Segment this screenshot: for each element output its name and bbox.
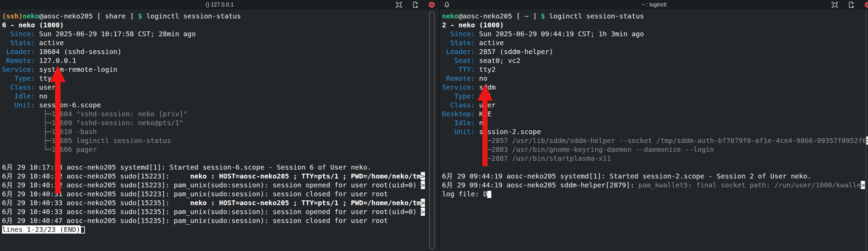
terminal-line: └─15606 pager (2, 145, 439, 154)
right-pane-titlebar-buttons (831, 0, 868, 9)
left-pane-titlebar: () 127.0.0.1 (0, 0, 439, 9)
left-pane-title: () 127.0.0.1 (0, 0, 439, 9)
terminal-line: 6月 29 10:17:58 aosc-neko205 systemd[1]: … (2, 163, 439, 172)
right-pane-scrollbar[interactable] (866, 10, 866, 251)
terminal-line: Idle: no (442, 118, 868, 127)
terminal-line: Leader: 2857 (sddm-helper) (442, 47, 868, 56)
left-pane-scrollbar[interactable] (429, 11, 435, 250)
terminal-line: └─2887 /usr/bin/startplasma-x11 (442, 154, 868, 163)
arrow-head (50, 66, 66, 82)
terminal-line: State: active (442, 38, 868, 47)
terminal-line: Type: tty (2, 74, 439, 83)
terminal-pane-left: () 127.0.0.1 (0, 0, 439, 251)
terminal-line: Since: Sun 2025-06-29 09:44:19 CST; 1h 3… (442, 29, 868, 38)
terminal-line: ├─2883 /usr/bin/gnome-keyring-daemon --d… (442, 145, 868, 154)
konsole-split-window: { "left_pane": { "title": "() 127.0.0.1"… (0, 0, 868, 251)
terminal-line: Since: Sun 2025-06-29 10:17:58 CST; 28mi… (2, 29, 439, 38)
terminal-line: ├─10610 -bash (2, 127, 439, 136)
terminal-line: lines 1-23/23 (END) (2, 225, 439, 234)
terminal-line: Seat: seat0; vc2 (442, 56, 868, 65)
terminal-line: log file: D (442, 189, 868, 198)
arrow-tail (482, 100, 488, 166)
terminal-line: Unit: session-2.scope (442, 127, 868, 136)
terminal-line: 6月 29 10:40:31 aosc-neko205 sudo[15223]:… (2, 189, 439, 198)
terminal-line: Idle: no (2, 92, 439, 101)
terminal-line: Class: user (2, 83, 439, 92)
terminal-line: Type: x11 (442, 92, 868, 101)
terminal-line: ├─10609 "sshd-session: neko@pts/1" (2, 118, 439, 127)
terminal-screen-right[interactable]: neko@aosc-neko205 [ ~ ] $ loginctl sessi… (440, 9, 868, 198)
right-pane-titlebar: ~ : loginctl (440, 0, 868, 9)
terminal-line: Remote: 127.0.0.1 (2, 56, 439, 65)
close-icon[interactable] (864, 1, 868, 8)
terminal-line: 2 - neko (1000) (442, 21, 868, 29)
terminal-line: 6 - neko (1000) (2, 21, 439, 29)
terminal-line: 6月 29 10:40:22 aosc-neko205 sudo[15223]:… (2, 172, 439, 181)
terminal-line: (ssh)neko@aosc-neko205 [ share ] $ login… (2, 12, 439, 21)
terminal-line: Service: system-remote-login (2, 65, 439, 74)
terminal-line: 6月 29 10:40:33 aosc-neko205 sudo[15235]:… (2, 198, 439, 207)
terminal-line: Remote: no (442, 74, 868, 83)
left-pane-titlebar-buttons (396, 0, 435, 9)
terminal-line: Service: sddm (442, 83, 868, 92)
terminal-line: Leader: 10604 (sshd-session) (2, 47, 439, 56)
terminal-line: 6月 29 10:40:47 aosc-neko205 sudo[15235]:… (2, 216, 439, 225)
arrow-tail (55, 81, 61, 194)
terminal-line (442, 163, 868, 172)
terminal-line: Unit: session-6.scope (2, 101, 439, 109)
right-pane-title: ~ : loginctl (440, 0, 868, 9)
close-icon[interactable] (428, 1, 435, 8)
terminal-line: ├─15605 loginctl session-status (2, 136, 439, 145)
terminal-line: 6月 29 10:40:22 aosc-neko205 sudo[15223]:… (2, 181, 439, 189)
new-tab-icon[interactable] (412, 1, 419, 8)
terminal-line: 6月 29 09:44:19 aosc-neko205 systemd[1]: … (442, 172, 868, 181)
terminal-line (2, 154, 439, 163)
terminal-cursor (487, 191, 491, 198)
terminal-pane-right: ~ : loginctl (439, 0, 868, 251)
terminal-line: Desktop: KDE (442, 109, 868, 118)
terminal-line: 6月 29 10:40:33 aosc-neko205 sudo[15235]:… (2, 207, 439, 216)
arrow-head (478, 84, 493, 101)
terminal-screen-left[interactable]: (ssh)neko@aosc-neko205 [ share ] $ login… (0, 9, 439, 234)
terminal-line: TTY: tty2 (442, 65, 868, 74)
terminal-line: ├─10604 "sshd-session: neko [priv]" (2, 109, 439, 118)
terminal-line: neko@aosc-neko205 [ ~ ] $ loginctl sessi… (442, 12, 868, 21)
terminal-line: Class: user (442, 101, 868, 109)
maximize-icon[interactable] (396, 1, 402, 8)
terminal-line: ├─2857 /usr/lib/sddm/sddm-helper --socke… (442, 136, 868, 145)
terminal-line: State: active (2, 38, 439, 47)
terminal-line: 6月 29 09:44:19 aosc-neko205 sddm-helper[… (442, 181, 868, 189)
terminal-cursor (80, 226, 85, 234)
maximize-icon[interactable] (831, 1, 838, 8)
new-tab-icon[interactable] (848, 1, 855, 8)
